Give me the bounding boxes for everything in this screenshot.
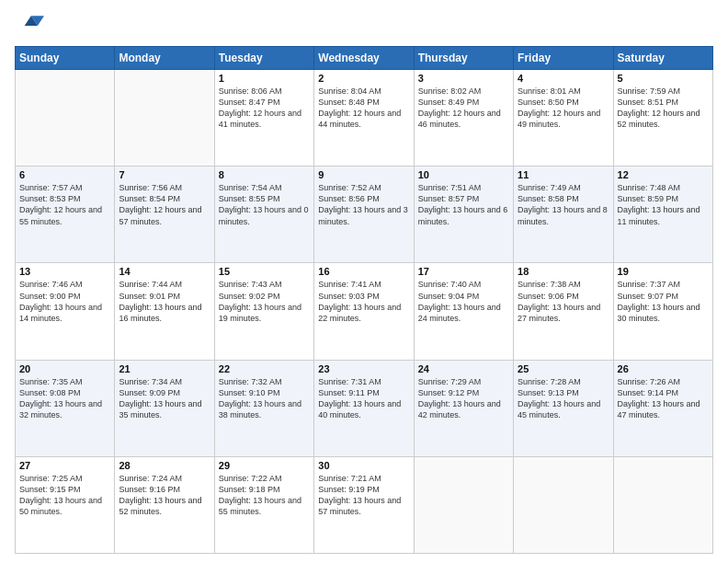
day-number: 7 xyxy=(119,169,210,180)
calendar-cell: 18Sunrise: 7:38 AM Sunset: 9:06 PM Dayli… xyxy=(514,263,613,360)
calendar-cell: 10Sunrise: 7:51 AM Sunset: 8:57 PM Dayli… xyxy=(414,167,513,263)
calendar-cell: 1Sunrise: 8:06 AM Sunset: 8:47 PM Daylig… xyxy=(214,70,313,167)
day-info: Sunrise: 7:21 AM Sunset: 9:19 PM Dayligh… xyxy=(318,473,409,518)
day-info: Sunrise: 7:52 AM Sunset: 8:56 PM Dayligh… xyxy=(318,182,409,227)
day-number: 1 xyxy=(219,73,310,84)
week-row-1: 6Sunrise: 7:57 AM Sunset: 8:53 PM Daylig… xyxy=(16,167,713,263)
day-number: 8 xyxy=(219,169,310,180)
day-number: 21 xyxy=(119,363,210,374)
day-info: Sunrise: 7:49 AM Sunset: 8:58 PM Dayligh… xyxy=(518,182,609,227)
day-info: Sunrise: 7:46 AM Sunset: 9:00 PM Dayligh… xyxy=(19,279,110,324)
day-info: Sunrise: 7:38 AM Sunset: 9:06 PM Dayligh… xyxy=(518,279,609,324)
day-number: 20 xyxy=(19,363,110,374)
calendar-cell xyxy=(115,70,214,167)
day-info: Sunrise: 8:02 AM Sunset: 8:49 PM Dayligh… xyxy=(418,86,509,131)
calendar-cell: 19Sunrise: 7:37 AM Sunset: 9:07 PM Dayli… xyxy=(613,263,712,360)
day-info: Sunrise: 7:51 AM Sunset: 8:57 PM Dayligh… xyxy=(418,182,509,227)
page: SundayMondayTuesdayWednesdayThursdayFrid… xyxy=(0,0,728,563)
calendar-table: SundayMondayTuesdayWednesdayThursdayFrid… xyxy=(15,46,713,554)
day-info: Sunrise: 7:34 AM Sunset: 9:09 PM Dayligh… xyxy=(119,376,210,421)
calendar-cell: 26Sunrise: 7:26 AM Sunset: 9:14 PM Dayli… xyxy=(613,360,712,456)
calendar-cell: 16Sunrise: 7:41 AM Sunset: 9:03 PM Dayli… xyxy=(314,263,414,360)
calendar-cell: 24Sunrise: 7:29 AM Sunset: 9:12 PM Dayli… xyxy=(414,360,513,456)
day-info: Sunrise: 7:57 AM Sunset: 8:53 PM Dayligh… xyxy=(19,182,110,227)
calendar-cell: 23Sunrise: 7:31 AM Sunset: 9:11 PM Dayli… xyxy=(314,360,414,456)
weekday-header-sunday: Sunday xyxy=(16,47,115,70)
day-number: 27 xyxy=(19,460,110,471)
calendar-cell: 2Sunrise: 8:04 AM Sunset: 8:48 PM Daylig… xyxy=(314,70,414,167)
day-info: Sunrise: 7:35 AM Sunset: 9:08 PM Dayligh… xyxy=(19,376,110,421)
calendar-cell: 17Sunrise: 7:40 AM Sunset: 9:04 PM Dayli… xyxy=(414,263,513,360)
calendar-cell xyxy=(16,70,115,167)
day-number: 13 xyxy=(19,266,110,277)
day-info: Sunrise: 7:28 AM Sunset: 9:13 PM Dayligh… xyxy=(518,376,609,421)
day-number: 15 xyxy=(219,266,310,277)
calendar-cell xyxy=(613,456,712,553)
calendar-cell: 3Sunrise: 8:02 AM Sunset: 8:49 PM Daylig… xyxy=(414,70,513,167)
day-number: 18 xyxy=(518,266,609,277)
weekday-header-tuesday: Tuesday xyxy=(214,47,313,70)
day-number: 16 xyxy=(318,266,409,277)
weekday-header-saturday: Saturday xyxy=(613,47,712,70)
day-number: 22 xyxy=(219,363,310,374)
day-number: 25 xyxy=(518,363,609,374)
day-number: 23 xyxy=(318,363,409,374)
calendar-cell: 11Sunrise: 7:49 AM Sunset: 8:58 PM Dayli… xyxy=(514,167,613,263)
day-number: 12 xyxy=(618,169,709,180)
day-number: 10 xyxy=(418,169,509,180)
logo-icon xyxy=(15,11,44,40)
day-info: Sunrise: 7:22 AM Sunset: 9:18 PM Dayligh… xyxy=(219,473,310,518)
week-row-4: 27Sunrise: 7:25 AM Sunset: 9:15 PM Dayli… xyxy=(16,456,713,553)
day-info: Sunrise: 7:26 AM Sunset: 9:14 PM Dayligh… xyxy=(618,376,709,421)
logo xyxy=(15,11,48,40)
calendar-cell: 25Sunrise: 7:28 AM Sunset: 9:13 PM Dayli… xyxy=(514,360,613,456)
day-number: 2 xyxy=(318,73,409,84)
calendar-cell: 29Sunrise: 7:22 AM Sunset: 9:18 PM Dayli… xyxy=(214,456,313,553)
day-info: Sunrise: 7:56 AM Sunset: 8:54 PM Dayligh… xyxy=(119,182,210,227)
weekday-header-thursday: Thursday xyxy=(414,47,513,70)
calendar-cell: 14Sunrise: 7:44 AM Sunset: 9:01 PM Dayli… xyxy=(115,263,214,360)
day-number: 14 xyxy=(119,266,210,277)
calendar-cell: 28Sunrise: 7:24 AM Sunset: 9:16 PM Dayli… xyxy=(115,456,214,553)
calendar-cell: 15Sunrise: 7:43 AM Sunset: 9:02 PM Dayli… xyxy=(214,263,313,360)
week-row-0: 1Sunrise: 8:06 AM Sunset: 8:47 PM Daylig… xyxy=(16,70,713,167)
day-info: Sunrise: 7:24 AM Sunset: 9:16 PM Dayligh… xyxy=(119,473,210,518)
calendar-cell: 20Sunrise: 7:35 AM Sunset: 9:08 PM Dayli… xyxy=(16,360,115,456)
calendar-cell: 22Sunrise: 7:32 AM Sunset: 9:10 PM Dayli… xyxy=(214,360,313,456)
calendar-cell xyxy=(514,456,613,553)
calendar-cell: 12Sunrise: 7:48 AM Sunset: 8:59 PM Dayli… xyxy=(613,167,712,263)
day-info: Sunrise: 8:04 AM Sunset: 8:48 PM Dayligh… xyxy=(318,86,409,131)
day-info: Sunrise: 7:59 AM Sunset: 8:51 PM Dayligh… xyxy=(618,86,709,131)
calendar-cell xyxy=(414,456,513,553)
day-info: Sunrise: 7:25 AM Sunset: 9:15 PM Dayligh… xyxy=(19,473,110,518)
day-info: Sunrise: 7:29 AM Sunset: 9:12 PM Dayligh… xyxy=(418,376,509,421)
calendar-cell: 30Sunrise: 7:21 AM Sunset: 9:19 PM Dayli… xyxy=(314,456,414,553)
day-number: 3 xyxy=(418,73,509,84)
header xyxy=(15,11,713,40)
calendar-cell: 9Sunrise: 7:52 AM Sunset: 8:56 PM Daylig… xyxy=(314,167,414,263)
week-row-2: 13Sunrise: 7:46 AM Sunset: 9:00 PM Dayli… xyxy=(16,263,713,360)
calendar-cell: 4Sunrise: 8:01 AM Sunset: 8:50 PM Daylig… xyxy=(514,70,613,167)
day-number: 11 xyxy=(518,169,609,180)
calendar-cell: 13Sunrise: 7:46 AM Sunset: 9:00 PM Dayli… xyxy=(16,263,115,360)
day-number: 30 xyxy=(318,460,409,471)
calendar-cell: 6Sunrise: 7:57 AM Sunset: 8:53 PM Daylig… xyxy=(16,167,115,263)
day-number: 4 xyxy=(518,73,609,84)
day-info: Sunrise: 8:06 AM Sunset: 8:47 PM Dayligh… xyxy=(219,86,310,131)
day-info: Sunrise: 7:44 AM Sunset: 9:01 PM Dayligh… xyxy=(119,279,210,324)
day-number: 19 xyxy=(618,266,709,277)
calendar-cell: 7Sunrise: 7:56 AM Sunset: 8:54 PM Daylig… xyxy=(115,167,214,263)
weekday-header-row: SundayMondayTuesdayWednesdayThursdayFrid… xyxy=(16,47,713,70)
day-number: 9 xyxy=(318,169,409,180)
day-number: 28 xyxy=(119,460,210,471)
day-info: Sunrise: 7:41 AM Sunset: 9:03 PM Dayligh… xyxy=(318,279,409,324)
week-row-3: 20Sunrise: 7:35 AM Sunset: 9:08 PM Dayli… xyxy=(16,360,713,456)
day-number: 26 xyxy=(618,363,709,374)
day-info: Sunrise: 7:31 AM Sunset: 9:11 PM Dayligh… xyxy=(318,376,409,421)
day-info: Sunrise: 8:01 AM Sunset: 8:50 PM Dayligh… xyxy=(518,86,609,131)
calendar-cell: 5Sunrise: 7:59 AM Sunset: 8:51 PM Daylig… xyxy=(613,70,712,167)
weekday-header-wednesday: Wednesday xyxy=(314,47,414,70)
day-info: Sunrise: 7:54 AM Sunset: 8:55 PM Dayligh… xyxy=(219,182,310,227)
day-number: 6 xyxy=(19,169,110,180)
day-number: 29 xyxy=(219,460,310,471)
